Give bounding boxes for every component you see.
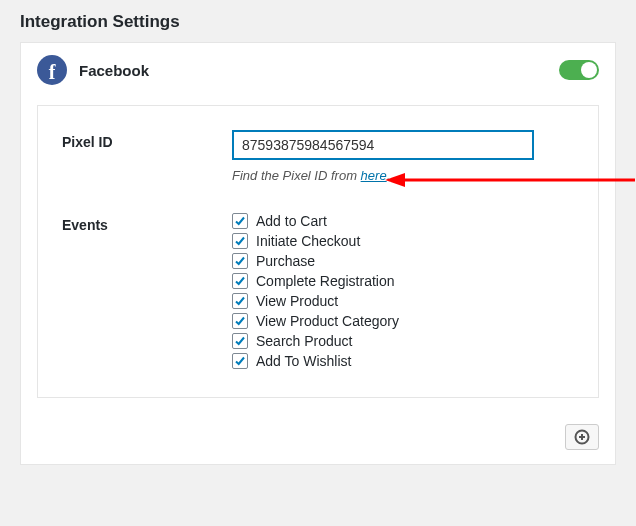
enable-toggle[interactable] (559, 60, 599, 80)
event-checkbox[interactable] (232, 273, 248, 289)
event-item: View Product (232, 293, 574, 309)
event-item: Complete Registration (232, 273, 574, 289)
plus-circle-icon (574, 429, 590, 445)
event-item: Purchase (232, 253, 574, 269)
pixel-id-row: Pixel ID Find the Pixel ID from here. (62, 130, 574, 183)
events-list: Add to CartInitiate CheckoutPurchaseComp… (232, 213, 574, 373)
pixel-id-input[interactable] (232, 130, 534, 160)
event-label: View Product Category (256, 313, 399, 329)
event-checkbox[interactable] (232, 253, 248, 269)
event-checkbox[interactable] (232, 233, 248, 249)
facebook-icon: f (37, 55, 67, 85)
event-checkbox[interactable] (232, 333, 248, 349)
event-item: Search Product (232, 333, 574, 349)
event-label: Search Product (256, 333, 353, 349)
pixel-id-label: Pixel ID (62, 130, 232, 183)
settings-inner: Pixel ID Find the Pixel ID from here. Ev… (37, 105, 599, 398)
pixel-id-help: Find the Pixel ID from here. (232, 168, 574, 183)
event-item: Initiate Checkout (232, 233, 574, 249)
event-item: View Product Category (232, 313, 574, 329)
event-item: Add to Cart (232, 213, 574, 229)
event-label: Add to Cart (256, 213, 327, 229)
event-label: Purchase (256, 253, 315, 269)
event-checkbox[interactable] (232, 353, 248, 369)
event-checkbox[interactable] (232, 293, 248, 309)
integration-name: Facebook (79, 62, 559, 79)
event-label: View Product (256, 293, 338, 309)
event-checkbox[interactable] (232, 213, 248, 229)
page-title: Integration Settings (0, 0, 636, 42)
event-checkbox[interactable] (232, 313, 248, 329)
add-button[interactable] (565, 424, 599, 450)
panel-footer (21, 414, 615, 464)
event-label: Initiate Checkout (256, 233, 360, 249)
event-item: Add To Wishlist (232, 353, 574, 369)
event-label: Add To Wishlist (256, 353, 351, 369)
panel-body: Pixel ID Find the Pixel ID from here. Ev… (21, 97, 615, 414)
events-label: Events (62, 213, 232, 373)
events-row: Events Add to CartInitiate CheckoutPurch… (62, 213, 574, 373)
event-label: Complete Registration (256, 273, 395, 289)
integration-panel: f Facebook Pixel ID Find the Pixel ID fr… (20, 42, 616, 465)
pixel-id-help-link[interactable]: here (361, 168, 387, 183)
panel-header: f Facebook (21, 43, 615, 97)
